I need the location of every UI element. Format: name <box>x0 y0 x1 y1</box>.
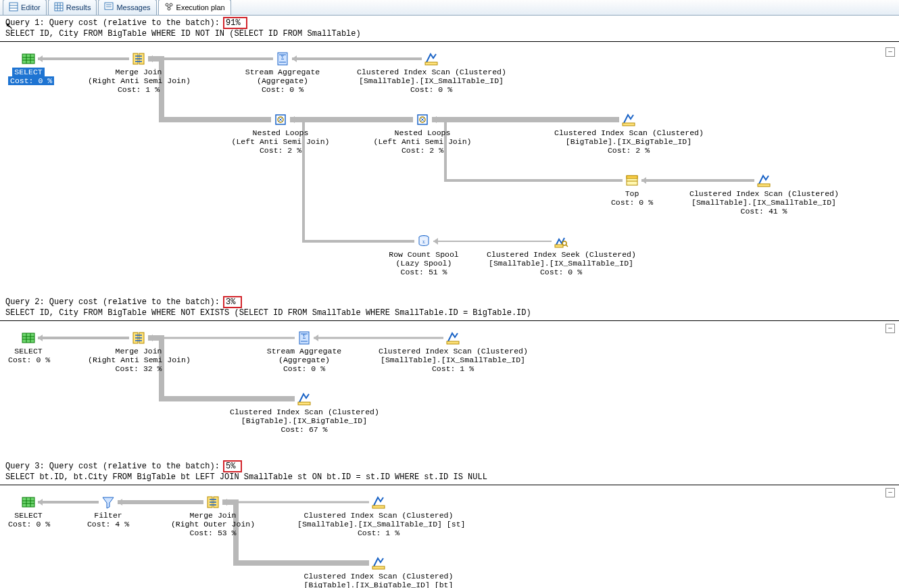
plan-node-q3_filter[interactable]: FilterCost: 4 % <box>84 495 132 529</box>
nl-icon <box>365 112 480 127</box>
plan-node-q1_sa[interactable]: ΣStream Aggregate(Aggregate)Cost: 0 % <box>242 51 323 94</box>
node-cost: Cost: 2 % <box>260 146 301 155</box>
cis-icon <box>297 556 460 570</box>
svg-point-13 <box>168 7 170 10</box>
table-icon <box>8 51 49 66</box>
tab-label: Editor <box>21 3 41 11</box>
node-title: Merge Join <box>189 511 236 520</box>
node-cost: Cost: 0 % <box>283 364 325 373</box>
plan-node-q1_seek[interactable]: Clustered Index Seek (Clustered)[SmallTa… <box>487 234 635 276</box>
query-cost-highlight: 3% <box>223 296 242 308</box>
filter-icon <box>84 495 132 510</box>
node-detail: Cost: 0 % <box>611 198 653 207</box>
plan-node-q2_cis1[interactable]: Clustered Index Scan (Clustered)[SmallTa… <box>379 330 527 373</box>
node-detail: [SmallTable].[IX_SmallTable_ID] <box>691 198 836 207</box>
node-title: Nested Loops <box>253 128 309 137</box>
tab-messages[interactable]: Messages <box>98 0 156 15</box>
node-cost: Cost: 0 % <box>8 76 54 85</box>
plan-node-q1_top[interactable]: TopCost: 0 % <box>605 173 659 207</box>
query-section-1: Query 1: Query cost (relative to the bat… <box>0 16 899 295</box>
node-title: Row Count Spool <box>389 250 459 259</box>
node-title: Top <box>625 189 639 198</box>
node-title: Clustered Index Scan (Clustered) <box>554 128 704 137</box>
svg-rect-50 <box>298 402 310 405</box>
node-detail: (Aggregate) <box>278 356 330 364</box>
svg-line-38 <box>566 245 568 247</box>
tab-label: Results <box>66 3 91 11</box>
plan-node-q2_sa[interactable]: ΣStream Aggregate(Aggregate)Cost: 0 % <box>264 330 345 373</box>
plan-node-q1_nl2[interactable]: Nested Loops(Left Anti Semi Join)Cost: 2… <box>365 112 480 155</box>
plan-canvas[interactable]: –SELECTCost: 0 %FilterCost: 4 %Merge Joi… <box>0 488 899 588</box>
plan-node-q2_mj[interactable]: Merge Join(Right Anti Semi Join)Cost: 32… <box>88 330 189 373</box>
mergejoin-icon <box>88 330 189 345</box>
plan-node-q1_cis1[interactable]: Clustered Index Scan (Clustered)[SmallTa… <box>357 51 506 94</box>
collapse-button[interactable]: – <box>885 488 895 497</box>
plan-node-q2_cis2[interactable]: Clustered Index Scan (Clustered)[BigTabl… <box>230 391 379 434</box>
tab-icon <box>164 2 174 13</box>
node-detail: (Left Anti Semi Join) <box>232 137 330 146</box>
node-cost: Cost: 32 % <box>115 364 162 373</box>
node-detail: [SmallTable].[IX_SmallTable_ID] [st] <box>297 520 465 529</box>
svg-rect-49 <box>447 341 459 344</box>
collapse-button[interactable]: – <box>885 47 895 57</box>
plan-node-q1_cis2[interactable]: Clustered Index Scan (Clustered)[BigTabl… <box>554 112 703 155</box>
node-detail: (Aggregate) <box>257 76 308 85</box>
node-detail: [SmallTable].[IX_SmallTable_ID] <box>359 76 504 85</box>
spool-icon: Σ <box>380 234 468 249</box>
cis-icon <box>554 112 703 127</box>
svg-rect-16 <box>22 54 34 64</box>
svg-rect-32 <box>627 176 637 178</box>
node-cost: Cost: 51 % <box>400 268 447 276</box>
plan-node-q3_cis1[interactable]: Clustered Index Scan (Clustered)[SmallTa… <box>297 495 460 537</box>
tab-results[interactable]: Results <box>48 0 97 15</box>
node-title: SELECT <box>14 511 42 520</box>
plan-node-q1_cis3[interactable]: Clustered Index Scan (Clustered)[SmallTa… <box>689 173 838 216</box>
plan-node-q3_mj[interactable]: Merge Join(Right Outer Join)Cost: 53 % <box>166 495 260 537</box>
plan-canvas[interactable]: –SELECTCost: 0 %Merge Join(Right Anti Se… <box>0 45 899 295</box>
node-title: SELECT <box>14 347 42 356</box>
query-section-2: Query 2: Query cost (relative to the bat… <box>0 295 899 459</box>
plan-node-q1_rcs[interactable]: ΣRow Count Spool(Lazy Spool)Cost: 51 % <box>380 234 468 276</box>
node-title: Clustered Index Scan (Clustered) <box>230 408 379 416</box>
svg-rect-25 <box>425 62 437 65</box>
node-cost: Cost: 0 % <box>262 85 303 94</box>
query-sql: SELECT ID, City FROM BigTable WHERE NOT … <box>0 308 899 319</box>
query-section-3: Query 3: Query cost (relative to the bat… <box>0 459 899 588</box>
svg-line-15 <box>170 6 170 7</box>
svg-rect-8 <box>105 3 113 9</box>
node-cost: Cost: 0 % <box>410 85 452 94</box>
tab-icon <box>9 2 18 13</box>
tab-execution-plan[interactable]: Execution plan <box>158 0 231 15</box>
cis-icon <box>297 495 460 510</box>
tab-editor[interactable]: Editor <box>3 0 47 15</box>
node-detail: [BigTable].[IX_BigTable_ID] [bt] <box>304 581 454 588</box>
node-title: Clustered Index Scan (Clustered) <box>304 511 454 520</box>
cis-icon <box>357 51 506 66</box>
mergejoin-icon <box>88 51 189 66</box>
plan-node-q1_nl1[interactable]: Nested Loops(Left Anti Semi Join)Cost: 2… <box>223 112 338 155</box>
node-detail: Cost: 4 % <box>87 520 129 529</box>
collapse-button[interactable]: – <box>885 324 895 333</box>
plan-node-q1_mj[interactable]: Merge Join(Right Anti Semi Join)Cost: 1 … <box>88 51 189 94</box>
cis-icon <box>689 173 838 188</box>
top-icon <box>605 173 659 188</box>
query-header: Query 2: Query cost (relative to the bat… <box>0 295 899 308</box>
svg-point-12 <box>170 3 172 6</box>
tab-icon <box>104 2 114 13</box>
plan-node-q1_select[interactable]: SELECTCost: 0 % <box>8 51 49 85</box>
plan-canvas[interactable]: –SELECTCost: 0 %Merge Join(Right Anti Se… <box>0 324 899 459</box>
plan-node-q3_cis2[interactable]: Clustered Index Scan (Clustered)[BigTabl… <box>297 556 460 588</box>
svg-point-11 <box>166 3 168 6</box>
node-detail: Cost: 0 % <box>8 520 50 529</box>
node-detail: [SmallTable].[IX_SmallTable_ID] <box>489 259 633 268</box>
node-detail: (Right Anti Semi Join) <box>88 76 191 85</box>
plan-node-q2_select[interactable]: SELECTCost: 0 % <box>8 330 49 364</box>
table-icon <box>8 330 49 345</box>
svg-rect-30 <box>623 123 635 126</box>
query-sql: SELECT bt.ID, bt.City FROM BigTable bt L… <box>0 472 899 483</box>
svg-rect-39 <box>555 245 563 247</box>
node-title: Merge Join <box>115 68 162 76</box>
query-header-text: Query 1: Query cost (relative to the bat… <box>5 18 224 28</box>
query-header: Query 1: Query cost (relative to the bat… <box>0 16 899 29</box>
plan-node-q3_select[interactable]: SELECTCost: 0 % <box>8 495 49 529</box>
